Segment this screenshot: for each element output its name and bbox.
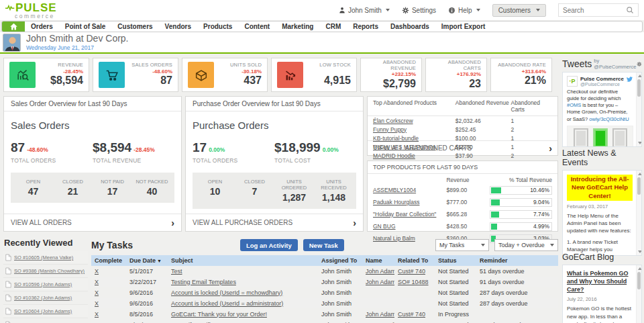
tweet-hashtag-link[interactable]: #OMS <box>567 102 581 108</box>
search-icon[interactable] <box>626 6 634 14</box>
tweets-scrollbar[interactable] <box>636 73 641 146</box>
abandoned-product-link[interactable]: Funny Puppy <box>373 126 407 133</box>
news-headline-link[interactable]: Introducing the All-New GoECart Help Cen… <box>567 175 633 201</box>
recently-viewed-item[interactable]: SO #10604 (John Adams) <box>3 305 88 318</box>
col-name[interactable]: Name <box>362 255 394 266</box>
new-task-button[interactable]: New Task <box>303 239 344 251</box>
task-subject-link[interactable]: Account is locked (UserId = administrato… <box>171 300 283 307</box>
task-complete-link[interactable]: X <box>95 268 99 275</box>
task-due-date: 5/1/2017 <box>126 266 168 277</box>
stat-label: CLOSED <box>53 179 93 185</box>
blog-headline-link[interactable]: What is Pokemon GO and Why You Should Ca… <box>567 269 633 293</box>
recently-viewed-item[interactable]: SO #9386 (Manish Chowdhary) <box>3 265 88 278</box>
news-scrollbar[interactable] <box>636 171 641 255</box>
tweet-account-handle[interactable]: @PulseCommerce <box>580 82 624 87</box>
col-assigned-to[interactable]: Assigned To <box>318 255 362 266</box>
search-input[interactable] <box>563 7 626 14</box>
pct-value: 7.74% <box>533 211 551 218</box>
col-complete[interactable]: Complete <box>91 255 126 266</box>
nav-item[interactable]: Content <box>238 21 276 32</box>
stat-label: UNITS RECEIVED <box>314 179 354 191</box>
task-subject-link[interactable]: Test <box>171 268 182 275</box>
top-product-link[interactable]: "Holiday Bear Collection" <box>373 211 436 218</box>
task-name-link[interactable]: John Adams <box>366 279 394 285</box>
task-due-date: 8/5/2016 <box>126 309 168 320</box>
tweets-settings-icon[interactable] <box>637 61 642 67</box>
nav-item[interactable]: Marketing <box>276 21 319 32</box>
top-product-link[interactable]: ASSEMBLY1004 <box>373 187 416 193</box>
recently-viewed-list: SO #10605 (Meena Valke) SO #9386 (Manish… <box>3 251 88 323</box>
stat-value: 1,287 <box>274 192 314 203</box>
kpi-card-abandoned-carts[interactable]: ABANDONED CARTS +176.92% 23 <box>425 58 487 92</box>
kpi-card-revenue[interactable]: REVENUE -28.45% $8,594 <box>3 58 89 92</box>
kpi-card-units-sold[interactable]: UNITS SOLD -30.18% 437 <box>182 58 268 92</box>
kpi-label: UNITS SOLD <box>214 62 262 68</box>
abandoned-carts-value: 2 <box>511 126 552 133</box>
task-subject-link[interactable]: Account is locked (UserId = mchowdhary) <box>171 289 282 296</box>
view-all-abandoned-carts-link[interactable]: VIEW ALL ABANDONED CARTS› <box>368 140 557 155</box>
kpi-card-abandoned-revenue[interactable]: ABANDONED REVENUE +232.15% $2,799 <box>360 58 422 92</box>
home-button[interactable] <box>2 21 25 32</box>
col-subject[interactable]: Subject <box>168 255 318 266</box>
task-related-link[interactable]: Cust# 740 <box>398 311 425 318</box>
task-name-link[interactable]: John Adams <box>366 311 394 318</box>
kpi-card-low-stock[interactable]: LOW STOCK 4,915 <box>271 58 357 92</box>
task-related-link[interactable]: SO# 10488 <box>398 279 429 285</box>
abandoned-product-link[interactable]: Élan Corkscrew <box>373 118 413 124</box>
user-menu[interactable]: John Smith <box>339 7 390 14</box>
tweet-account-name[interactable]: Pulse Commerce <box>580 76 624 82</box>
sales-total-orders-value: 87 <box>11 140 25 154</box>
nav-item[interactable]: Import Export <box>435 21 492 32</box>
view-all-orders-link[interactable]: VIEW ALL ORDERS› <box>4 214 181 231</box>
top-product-link[interactable]: GN BUG <box>373 223 396 230</box>
view-all-purchase-orders-link[interactable]: VIEW ALL PURCHASE ORDERS› <box>186 214 363 231</box>
blog-scrollbar[interactable] <box>636 265 641 323</box>
nav-item[interactable]: Customers <box>111 21 158 32</box>
col-status[interactable]: Status <box>435 255 476 266</box>
kpi-value: 87 <box>125 75 172 87</box>
stat-value: 17 <box>93 186 132 197</box>
recently-viewed-item[interactable]: SO #10596 (John Adams) <box>3 278 88 291</box>
recently-viewed-item[interactable]: SO #9454 (Raja Tester) <box>3 318 88 323</box>
task-related-link[interactable]: Cust# 740 <box>398 268 425 275</box>
pulse-commerce-logo: PULSE commerce <box>5 2 57 19</box>
tasks-range-select[interactable]: Today + Overdue <box>494 239 558 251</box>
settings-menu[interactable]: Settings <box>402 7 436 14</box>
tweet-image-doors[interactable] <box>567 126 633 147</box>
tweet-url-link[interactable]: owly/3cQl30clNtU <box>589 116 629 122</box>
nav-item[interactable]: Reports <box>347 21 384 32</box>
top-product-link[interactable]: Paduak Hourglass <box>373 199 419 205</box>
kpi-card-sales-orders[interactable]: SALES ORDERS -48.60% 87 <box>93 58 178 92</box>
recently-viewed-item[interactable]: SO #10605 (Meena Valke) <box>3 251 88 265</box>
nav-item[interactable]: Vendors <box>159 21 197 32</box>
tasks-table: Complete Due Date▼ Subject Assigned To N… <box>91 255 558 323</box>
col-related-to[interactable]: Related To <box>394 255 435 266</box>
task-complete-link[interactable]: X <box>95 279 99 285</box>
log-activity-button[interactable]: Log an Activity <box>240 239 298 251</box>
tasks-scope-select[interactable]: My Tasks <box>435 239 489 251</box>
abandoned-col-carts: Abandoned Carts <box>511 99 552 113</box>
task-subject-link[interactable]: GoECart: Thank you for your Order! <box>171 311 267 318</box>
search-scope-select[interactable]: Customers <box>492 4 546 17</box>
tweets-by-label[interactable]: by @PulseCommerce <box>594 58 637 70</box>
task-complete-link[interactable]: X <box>95 311 99 318</box>
help-menu[interactable]: Help <box>448 7 480 14</box>
nav-item[interactable]: CRM <box>319 21 347 32</box>
task-complete-link[interactable]: X <box>95 300 99 307</box>
nav-item[interactable]: Orders <box>25 21 59 32</box>
nav-item[interactable]: Products <box>197 21 238 32</box>
task-subject-link[interactable]: Testing Email Templates <box>171 279 236 285</box>
col-due-date[interactable]: Due Date▼ <box>126 255 168 266</box>
col-reminder[interactable]: Reminder <box>476 255 558 266</box>
task-name-link[interactable]: John Adams <box>366 268 394 275</box>
task-row: X 9/6/2016 Account is locked (UserId = m… <box>91 287 558 298</box>
kpi-card-abandoned-rate[interactable]: ABANDONED RATE +313.64% 21% <box>490 58 552 92</box>
recently-viewed-item[interactable]: SO #10362 (John Adams) <box>3 291 88 305</box>
abandoned-products-panel: Top Abandoned Products Abandoned Revenue… <box>367 96 558 156</box>
abandoned-col-revenue: Abandoned Revenue <box>455 99 511 113</box>
purchase-orders-panel: Purchase Order Overview for Last 90 Days… <box>185 96 364 232</box>
nav-item[interactable]: Dashboards <box>384 21 435 32</box>
task-complete-link[interactable]: X <box>95 289 99 296</box>
purchase-stat: UNITS RECEIVED 1,148 <box>314 179 354 203</box>
nav-item[interactable]: Point of Sale <box>59 21 112 32</box>
